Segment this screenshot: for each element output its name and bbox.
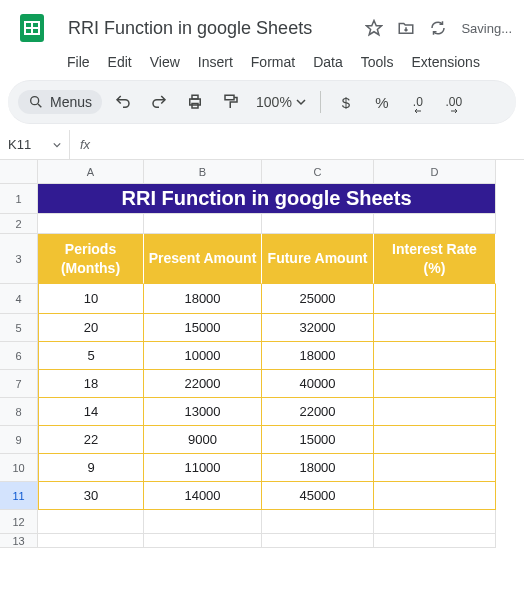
data-cell[interactable]: 22 [38, 426, 144, 454]
menu-extensions[interactable]: Extensions [404, 50, 486, 74]
empty-cell[interactable] [144, 510, 262, 534]
chevron-down-icon [53, 141, 61, 149]
data-cell[interactable]: 10000 [144, 342, 262, 370]
formula-bar: K11 fx [0, 130, 524, 160]
data-cell[interactable]: 15000 [262, 426, 374, 454]
empty-cell[interactable] [262, 510, 374, 534]
decrease-decimal-button[interactable]: .0 [403, 87, 433, 117]
data-cell[interactable]: 20 [38, 314, 144, 342]
doc-title[interactable]: RRI Function in google Sheets [62, 16, 355, 41]
row-header-7[interactable]: 7 [0, 370, 38, 398]
toolbar: Menus 100% $ % .0 .00 [8, 80, 516, 124]
data-cell[interactable]: 10 [38, 284, 144, 314]
data-cell[interactable] [374, 370, 496, 398]
data-cell[interactable] [374, 454, 496, 482]
row-header-4[interactable]: 4 [0, 284, 38, 314]
print-button[interactable] [180, 87, 210, 117]
row-header-2[interactable]: 2 [0, 214, 38, 234]
data-cell[interactable]: 5 [38, 342, 144, 370]
percent-button[interactable]: % [367, 87, 397, 117]
data-cell[interactable] [374, 482, 496, 510]
table-header[interactable]: Future Amount [262, 234, 374, 284]
undo-button[interactable] [108, 87, 138, 117]
data-cell[interactable]: 11000 [144, 454, 262, 482]
row-header-1[interactable]: 1 [0, 184, 38, 214]
row-header-13[interactable]: 13 [0, 534, 38, 548]
star-icon[interactable] [365, 19, 383, 37]
data-cell[interactable]: 15000 [144, 314, 262, 342]
data-cell[interactable]: 9 [38, 454, 144, 482]
data-cell[interactable]: 18000 [262, 454, 374, 482]
data-cell[interactable] [374, 398, 496, 426]
select-all-corner[interactable] [0, 160, 38, 184]
empty-cell[interactable] [374, 214, 496, 234]
row-header-3[interactable]: 3 [0, 234, 38, 284]
menu-edit[interactable]: Edit [101, 50, 139, 74]
data-cell[interactable]: 9000 [144, 426, 262, 454]
col-header-A[interactable]: A [38, 160, 144, 184]
data-cell[interactable]: 18 [38, 370, 144, 398]
chevron-down-icon [296, 97, 306, 107]
empty-cell[interactable] [262, 214, 374, 234]
data-cell[interactable] [374, 314, 496, 342]
data-cell[interactable]: 22000 [262, 398, 374, 426]
col-header-B[interactable]: B [144, 160, 262, 184]
menu-view[interactable]: View [143, 50, 187, 74]
data-cell[interactable]: 13000 [144, 398, 262, 426]
currency-button[interactable]: $ [331, 87, 361, 117]
data-cell[interactable] [374, 284, 496, 314]
empty-cell[interactable] [144, 534, 262, 548]
menu-format[interactable]: Format [244, 50, 302, 74]
data-cell[interactable]: 40000 [262, 370, 374, 398]
banner-cell[interactable]: RRI Function in google Sheets [38, 184, 496, 214]
svg-rect-10 [225, 95, 234, 100]
menu-tools[interactable]: Tools [354, 50, 401, 74]
sheets-logo[interactable] [12, 8, 52, 48]
name-box[interactable]: K11 [0, 130, 70, 159]
fx-label: fx [70, 137, 100, 152]
data-cell[interactable]: 32000 [262, 314, 374, 342]
empty-cell[interactable] [374, 534, 496, 548]
data-cell[interactable]: 30 [38, 482, 144, 510]
row-header-10[interactable]: 10 [0, 454, 38, 482]
empty-cell[interactable] [38, 214, 144, 234]
zoom-dropdown[interactable]: 100% [252, 94, 310, 110]
data-cell[interactable]: 14 [38, 398, 144, 426]
empty-cell[interactable] [144, 214, 262, 234]
move-icon[interactable] [397, 19, 415, 37]
data-cell[interactable]: 22000 [144, 370, 262, 398]
table-header[interactable]: Periods(Months) [38, 234, 144, 284]
empty-cell[interactable] [38, 534, 144, 548]
menus-label: Menus [50, 94, 92, 110]
data-cell[interactable]: 25000 [262, 284, 374, 314]
formula-input[interactable] [100, 130, 524, 159]
data-cell[interactable]: 18000 [144, 284, 262, 314]
empty-cell[interactable] [38, 510, 144, 534]
row-header-8[interactable]: 8 [0, 398, 38, 426]
table-header[interactable]: Interest Rate(%) [374, 234, 496, 284]
row-header-11[interactable]: 11 [0, 482, 38, 510]
redo-button[interactable] [144, 87, 174, 117]
increase-decimal-button[interactable]: .00 [439, 87, 469, 117]
row-header-6[interactable]: 6 [0, 342, 38, 370]
data-cell[interactable] [374, 426, 496, 454]
paint-format-button[interactable] [216, 87, 246, 117]
col-header-D[interactable]: D [374, 160, 496, 184]
data-cell[interactable]: 18000 [262, 342, 374, 370]
table-header[interactable]: Present Amount [144, 234, 262, 284]
empty-cell[interactable] [262, 534, 374, 548]
cloud-status-icon[interactable] [429, 19, 447, 37]
row-header-5[interactable]: 5 [0, 314, 38, 342]
row-header-12[interactable]: 12 [0, 510, 38, 534]
search-menus-button[interactable]: Menus [18, 90, 102, 114]
empty-cell[interactable] [374, 510, 496, 534]
menu-file[interactable]: File [60, 50, 97, 74]
data-cell[interactable] [374, 342, 496, 370]
col-header-C[interactable]: C [262, 160, 374, 184]
spreadsheet-grid[interactable]: 12345678910111213 ABCD RRI Function in g… [0, 160, 524, 548]
menu-data[interactable]: Data [306, 50, 350, 74]
data-cell[interactable]: 14000 [144, 482, 262, 510]
menu-insert[interactable]: Insert [191, 50, 240, 74]
row-header-9[interactable]: 9 [0, 426, 38, 454]
data-cell[interactable]: 45000 [262, 482, 374, 510]
